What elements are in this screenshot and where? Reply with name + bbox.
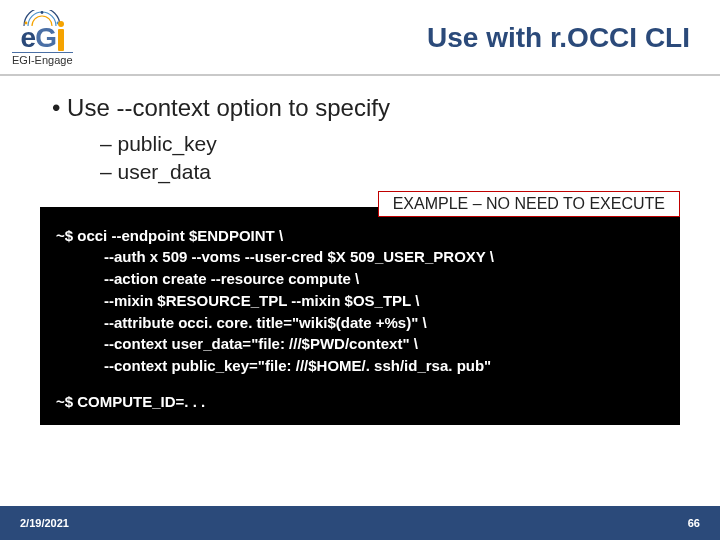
- logo-subtext: EGI-Engage: [12, 52, 73, 66]
- terminal-line: ~$ occi --endpoint $ENDPOINT \: [56, 225, 664, 247]
- bullet-sub-2: – user_data: [40, 158, 680, 186]
- terminal-line: --attribute occi. core. title="wiki$(dat…: [56, 312, 664, 334]
- bullet-main: • Use --context option to specify: [40, 94, 680, 122]
- footer-page: 66: [688, 517, 700, 529]
- slide-title: Use with r.OCCI CLI: [427, 22, 690, 54]
- terminal-block: ~$ occi --endpoint $ENDPOINT \ --auth x …: [40, 207, 680, 425]
- slide-body: • Use --context option to specify – publ…: [0, 94, 720, 425]
- footer-date: 2/19/2021: [20, 517, 69, 529]
- terminal-line: --mixin $RESOURCE_TPL --mixin $OS_TPL \: [56, 290, 664, 312]
- svg-point-2: [41, 11, 44, 14]
- slide-footer: 2/19/2021 66: [0, 506, 720, 540]
- terminal-line: --auth x 509 --voms --user-cred $X 509_U…: [56, 246, 664, 268]
- terminal-line: ~$ COMPUTE_ID=. . .: [56, 391, 664, 413]
- terminal-line: --context user_data="file: ///$PWD/conte…: [56, 333, 664, 355]
- header-divider: [0, 74, 720, 76]
- terminal-line: --action create --resource compute \: [56, 268, 664, 290]
- example-tag-row: EXAMPLE – NO NEED TO EXECUTE: [40, 191, 680, 217]
- terminal-line: --context public_key="file: ///$HOME/. s…: [56, 355, 664, 377]
- example-tag: EXAMPLE – NO NEED TO EXECUTE: [378, 191, 680, 217]
- egi-logo: eG EGI-Engage: [12, 10, 73, 66]
- logo-text: eG: [21, 22, 64, 54]
- slide-header: eG EGI-Engage Use with r.OCCI CLI: [0, 0, 720, 70]
- bullet-sub-1: – public_key: [40, 130, 680, 158]
